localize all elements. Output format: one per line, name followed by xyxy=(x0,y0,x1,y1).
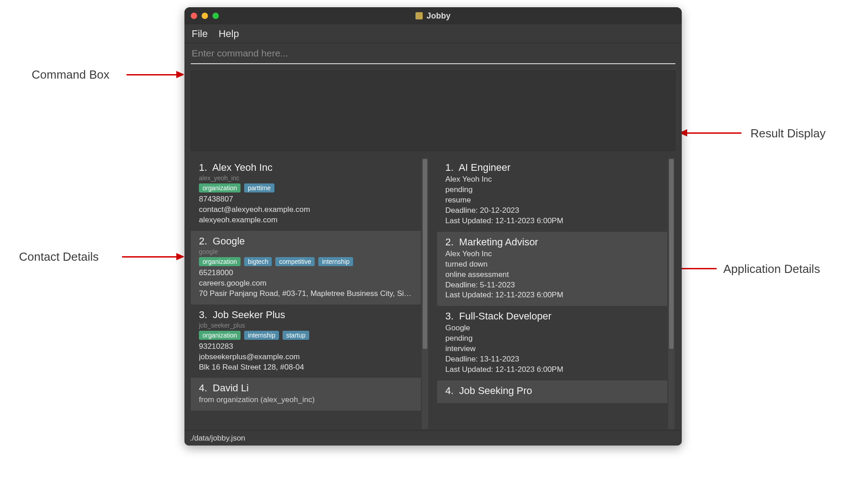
close-icon[interactable] xyxy=(191,13,197,19)
tag: internship xyxy=(318,257,353,266)
app-line: Deadline: 5-11-2023 xyxy=(445,280,659,291)
app-line: pending xyxy=(445,333,659,344)
contact-card[interactable]: 1. Alex Yeoh Inc alex_yeoh_inc organizat… xyxy=(191,157,421,231)
contact-line: 65218000 xyxy=(199,268,413,278)
app-line: resume xyxy=(445,195,659,206)
app-line: pending xyxy=(445,185,659,195)
applications-panel: 1. AI Engineer Alex Yeoh Inc pending res… xyxy=(437,157,675,430)
app-num: 2. xyxy=(445,236,453,248)
menu-help[interactable]: Help xyxy=(218,28,239,40)
contact-name: Alex Yeoh Inc xyxy=(212,162,272,173)
contact-line: Blk 16 Real Street 128, #08-04 xyxy=(199,362,413,373)
contact-id: google xyxy=(199,248,413,255)
statusbar: ./data/jobby.json xyxy=(184,430,682,446)
contact-name: Job Seeker Plus xyxy=(213,309,285,320)
annot-contact-details: Contact Details xyxy=(19,250,99,264)
contact-card[interactable]: 4. David Li from organization (alex_yeoh… xyxy=(191,378,421,411)
command-input[interactable] xyxy=(191,45,675,64)
tag: parttime xyxy=(244,183,274,192)
tag: competitive xyxy=(275,257,315,266)
contact-id: job_seeker_plus xyxy=(199,322,413,329)
tag: internship xyxy=(244,331,279,340)
app-line: Alex Yeoh Inc xyxy=(445,249,659,259)
annot-application-details: Application Details xyxy=(723,262,820,276)
app-line: Deadline: 20-12-2023 xyxy=(445,206,659,216)
app-num: 4. xyxy=(445,385,453,396)
app-num: 1. xyxy=(445,162,453,173)
contact-line: jobseekerplus@example.com xyxy=(199,352,413,362)
application-card[interactable]: 3. Full-Stack Developer Google pending i… xyxy=(437,306,667,380)
menu-file[interactable]: File xyxy=(192,28,208,40)
contact-name: David Li xyxy=(213,382,249,394)
annot-result-display: Result Display xyxy=(750,127,826,141)
titlebar: Jobby xyxy=(184,7,682,24)
app-line: online assessment xyxy=(445,270,659,280)
contact-line: contact@alexyeoh.example.com xyxy=(199,205,413,215)
scrollbar[interactable] xyxy=(422,158,428,429)
app-line: interview xyxy=(445,344,659,354)
annot-command-box: Command Box xyxy=(32,68,109,82)
tag: startup xyxy=(283,331,309,340)
application-card[interactable]: 4. Job Seeking Pro xyxy=(437,380,667,403)
tag: bigtech xyxy=(244,257,272,266)
contact-num: 2. xyxy=(199,235,207,247)
app-line: Last Updated: 12-11-2023 6:00PM xyxy=(445,365,659,375)
app-title: AI Engineer xyxy=(458,162,510,173)
app-line: Last Updated: 12-11-2023 6:00PM xyxy=(445,216,659,226)
contact-card[interactable]: 2. Google google organization bigtech co… xyxy=(191,231,421,305)
app-line: Google xyxy=(445,323,659,333)
tag: organization xyxy=(199,183,241,192)
status-path: ./data/jobby.json xyxy=(190,434,245,443)
contact-num: 3. xyxy=(199,309,207,320)
application-card[interactable]: 2. Marketing Advisor Alex Yeoh Inc turne… xyxy=(437,232,667,306)
maximize-icon[interactable] xyxy=(212,13,219,19)
app-title: Job Seeking Pro xyxy=(459,385,532,396)
contact-num: 4. xyxy=(199,382,207,394)
contact-line: from organization (alex_yeoh_inc) xyxy=(199,395,413,405)
result-display xyxy=(191,70,675,151)
app-title: Full-Stack Developer xyxy=(459,310,552,322)
menubar: File Help xyxy=(184,24,682,43)
contact-num: 1. xyxy=(199,162,207,173)
app-line: Alex Yeoh Inc xyxy=(445,174,659,185)
app-icon xyxy=(415,12,423,19)
contact-id: alex_yeoh_inc xyxy=(199,174,413,182)
minimize-icon[interactable] xyxy=(202,13,208,19)
application-card[interactable]: 1. AI Engineer Alex Yeoh Inc pending res… xyxy=(437,157,667,232)
tag: organization xyxy=(199,257,241,266)
app-num: 3. xyxy=(445,310,453,322)
tag: organization xyxy=(199,331,241,340)
window-title: Jobby xyxy=(426,11,450,21)
contacts-panel: 1. Alex Yeoh Inc alex_yeoh_inc organizat… xyxy=(191,157,429,430)
contact-line: 70 Pasir Panjang Road, #03-71, Mapletree… xyxy=(199,289,413,299)
contact-line: 93210283 xyxy=(199,342,413,352)
contact-line: careers.google.com xyxy=(199,278,413,289)
contact-card[interactable]: 3. Job Seeker Plus job_seeker_plus organ… xyxy=(191,305,421,378)
contact-line: alexyeoh.example.com xyxy=(199,215,413,225)
app-window: Jobby File Help 1. Alex Yeoh Inc alex_ye… xyxy=(184,7,682,446)
app-line: Deadline: 13-11-2023 xyxy=(445,354,659,365)
app-line: turned down xyxy=(445,259,659,270)
scrollbar[interactable] xyxy=(668,158,675,429)
contact-name: Google xyxy=(213,235,245,247)
contact-line: 87438807 xyxy=(199,194,413,205)
app-title: Marketing Advisor xyxy=(459,236,538,248)
app-line: Last Updated: 12-11-2023 6:00PM xyxy=(445,290,659,300)
